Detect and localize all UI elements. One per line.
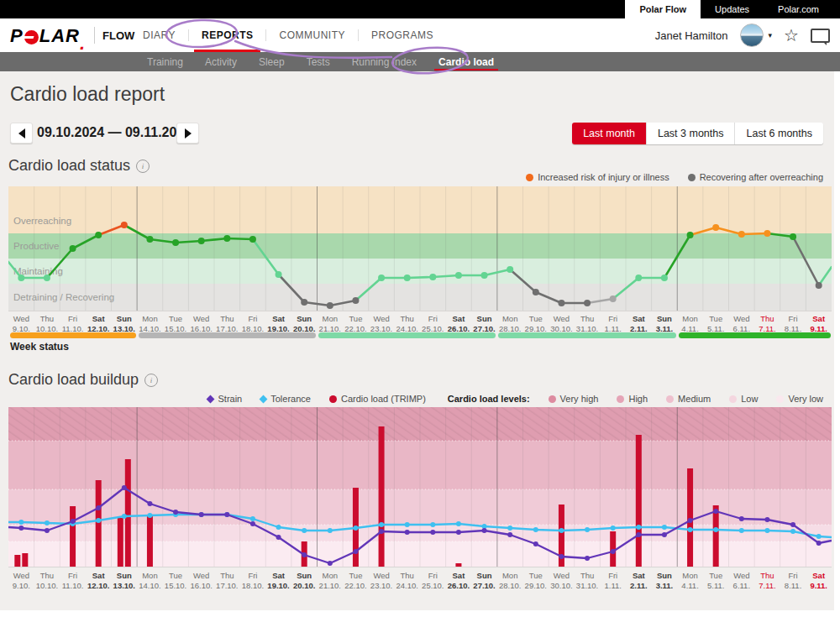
level-high-icon xyxy=(617,395,624,403)
tolerance-point xyxy=(713,527,718,532)
page-title: Cardio load report xyxy=(10,83,165,106)
status-point xyxy=(816,282,822,289)
strain-point xyxy=(456,530,461,535)
status-point xyxy=(172,239,179,246)
status-point xyxy=(18,275,24,281)
strain-point xyxy=(636,532,641,537)
prev-period-button[interactable] xyxy=(10,123,33,144)
status-legend: Increased risk of injury or illness Reco… xyxy=(516,172,823,182)
band-label: Productive xyxy=(13,241,59,251)
strain-point xyxy=(328,561,333,566)
strain-point xyxy=(224,512,229,517)
status-chart-svg: OverreachingProductiveMaintainingDetrain… xyxy=(8,186,832,311)
status-section-title: Cardio load status i xyxy=(8,157,150,175)
level-low-icon xyxy=(729,395,737,403)
subnav-cardio-load[interactable]: Cardio load xyxy=(428,52,505,71)
page-content: Cardio load report 09.10.2024 — 09.11.20… xyxy=(0,71,834,610)
status-point xyxy=(70,245,76,252)
axis-day-label: Thu7.11. xyxy=(754,311,780,335)
tolerance-point xyxy=(739,528,744,533)
subnav-activity[interactable]: Activity xyxy=(194,52,248,71)
tab-polar-flow[interactable]: Polar Flow xyxy=(625,0,701,18)
last-6-months-button[interactable]: Last 6 months xyxy=(734,123,823,144)
favorites-star-icon[interactable]: ☆ xyxy=(784,27,799,44)
buildup-title-text: Cardio load buildup xyxy=(8,371,139,389)
feedback-bubble-icon[interactable] xyxy=(811,29,830,43)
axis-day-label: Fri25.10. xyxy=(420,311,446,335)
nav-item-community[interactable]: COMMUNITY xyxy=(266,18,358,52)
status-point xyxy=(121,222,128,228)
axis-day-label: Wed6.11. xyxy=(729,311,755,335)
tolerance-point xyxy=(790,529,795,534)
axis-day-label: Sun3.11. xyxy=(652,568,678,592)
status-point xyxy=(687,232,694,238)
info-icon[interactable]: i xyxy=(144,374,158,387)
axis-day-label: Tue15.10. xyxy=(163,311,189,335)
subnav-running-index[interactable]: Running Index xyxy=(341,52,428,71)
info-icon[interactable]: i xyxy=(136,159,150,173)
axis-day-label: Thu24.10. xyxy=(394,311,420,335)
subnav-tests[interactable]: Tests xyxy=(296,52,341,71)
next-period-button[interactable] xyxy=(176,123,199,144)
axis-day-label: Sat2.11. xyxy=(626,311,652,335)
nav-item-programs[interactable]: PROGRAMS xyxy=(359,18,446,52)
axis-day-label: Sun20.10. xyxy=(291,568,318,592)
status-point xyxy=(95,232,102,238)
tolerance-point xyxy=(45,520,50,525)
axis-day-label: Sun13.10. xyxy=(112,311,138,335)
strain-point xyxy=(482,528,487,533)
status-point xyxy=(276,271,282,278)
axis-day-label: Thu31.10. xyxy=(575,311,601,335)
main-nav: DIARY REPORTS COMMUNITY PROGRAMS xyxy=(130,18,446,52)
legend-item: Low xyxy=(729,394,758,404)
polar-logo[interactable]: PLAR. xyxy=(10,25,87,47)
buildup-section-title: Cardio load buildup i xyxy=(8,371,158,389)
axis-day-label: Sat9.11. xyxy=(806,311,832,335)
trimp-bar xyxy=(713,505,719,567)
subnav-sleep[interactable]: Sleep xyxy=(248,52,296,71)
axis-day-label: Tue5.11. xyxy=(703,311,729,335)
status-point xyxy=(198,238,205,244)
strain-point xyxy=(353,549,358,554)
last-month-button[interactable]: Last month xyxy=(572,123,646,144)
strain-point xyxy=(739,516,744,521)
strain-point xyxy=(147,501,152,506)
axis-day-label: Wed30.10. xyxy=(549,568,575,592)
week-status-pill xyxy=(139,332,316,338)
status-point xyxy=(146,236,153,243)
axis-day-label: Fri1.11. xyxy=(600,311,626,335)
tolerance-point xyxy=(611,525,616,531)
tab-polar-com[interactable]: Polar.com xyxy=(764,0,833,18)
tolerance-point xyxy=(302,528,307,533)
axis-day-label: Mon28.10. xyxy=(497,311,523,335)
status-point xyxy=(455,272,462,279)
axis-day-label: Fri18.10. xyxy=(240,568,266,592)
axis-day-label: Fri11.10. xyxy=(60,311,86,335)
strain-point xyxy=(688,518,693,523)
chevron-down-icon[interactable]: ▾ xyxy=(769,31,773,39)
buildup-chart-svg xyxy=(8,407,832,567)
tolerance-point xyxy=(533,527,538,532)
tab-updates[interactable]: Updates xyxy=(701,0,764,18)
nav-item-diary[interactable]: DIARY xyxy=(130,18,188,52)
axis-day-label: Tue22.10. xyxy=(343,311,369,335)
subnav-training[interactable]: Training xyxy=(136,52,194,71)
axis-day-label: Wed6.11. xyxy=(729,568,755,592)
axis-day-label: Tue29.10. xyxy=(523,568,549,592)
status-point xyxy=(507,266,513,273)
status-point xyxy=(404,275,411,281)
status-point xyxy=(327,302,333,309)
avatar[interactable] xyxy=(740,24,764,47)
nav-item-reports[interactable]: REPORTS xyxy=(189,18,266,52)
strain-point xyxy=(276,535,281,540)
status-point xyxy=(352,297,359,304)
last-3-months-button[interactable]: Last 3 months xyxy=(646,123,735,144)
tolerance-point xyxy=(250,516,255,521)
legend-item: Very low xyxy=(776,394,823,404)
week-status-pill xyxy=(10,332,136,338)
legend-item: Recovering after overreaching xyxy=(688,172,823,182)
user-name[interactable]: Janet Hamilton xyxy=(655,29,728,42)
axis-day-label: Mon14.10. xyxy=(137,311,163,335)
tolerance-point xyxy=(585,527,590,532)
tolerance-point xyxy=(147,513,152,518)
